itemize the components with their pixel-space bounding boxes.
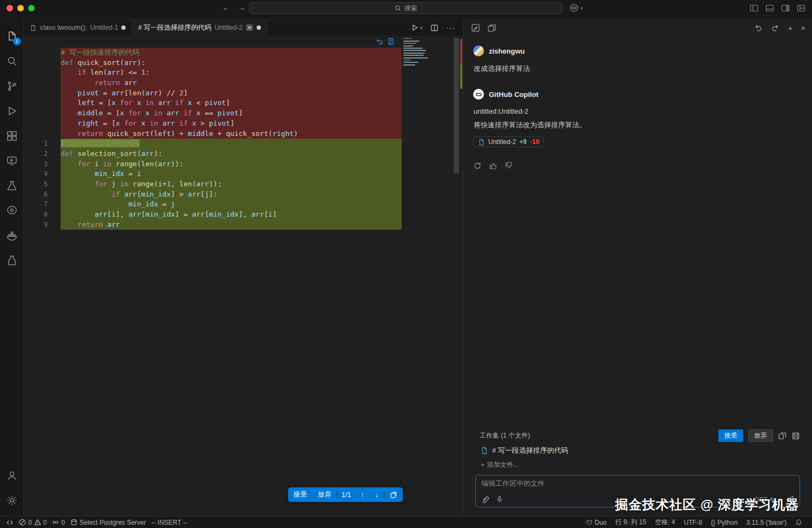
code-line[interactable]: 7 min_idx = j <box>24 199 402 210</box>
assistant-name: GitHub Copilot <box>489 90 539 99</box>
toggle-panel-icon[interactable] <box>765 4 774 12</box>
undo-edit-icon[interactable] <box>376 38 383 45</box>
code-line[interactable]: 5 for j in range(i+1, len(arr)): <box>24 179 402 190</box>
chat-sessions-icon[interactable] <box>487 23 496 32</box>
code-line[interactable]: right = [x for x in arr if x > pivot] <box>24 119 402 129</box>
python-env-selector[interactable]: 3.11.5 ('base') <box>742 519 791 526</box>
remote-indicator[interactable] <box>3 517 16 528</box>
next-change-button[interactable]: ↓ <box>370 487 384 502</box>
vim-mode-indicator[interactable]: -- INSERT -- <box>149 517 190 528</box>
sidebar-item-extensions[interactable] <box>0 123 24 148</box>
sidebar-item-remote-explorer[interactable] <box>0 148 24 173</box>
toggle-secondary-sidebar-icon[interactable] <box>781 4 790 12</box>
code-line[interactable]: if len(arr) <= 1: <box>24 68 402 78</box>
undo-icon[interactable] <box>754 23 763 32</box>
copilot-icon <box>569 3 579 12</box>
cursor-position[interactable]: 行 9, 列 15 <box>611 518 651 527</box>
open-changes-button[interactable] <box>384 487 403 502</box>
previous-change-button[interactable]: ↑ <box>355 487 369 502</box>
more-actions-icon[interactable]: ··· <box>446 23 455 32</box>
code-line[interactable]: 3 for i in range(len(arr)): <box>24 159 402 170</box>
changed-file-chip[interactable]: Untitled-2 +9 -10 <box>473 136 544 147</box>
search-input[interactable]: 搜索 <box>249 2 563 14</box>
back-icon[interactable]: ← <box>222 3 230 12</box>
code-line[interactable]: left = [x for x in arr if x < pivot] <box>24 98 402 108</box>
code-line[interactable]: return quick_sort(left) + middle + quick… <box>24 129 402 139</box>
code-line[interactable]: 1# 写一段选择排序的代码 <box>24 139 402 149</box>
line-number <box>24 119 48 129</box>
sidebar-item-run-debug[interactable] <box>0 99 24 123</box>
sidebar-item-extension-b[interactable] <box>0 248 24 273</box>
line-number <box>24 78 48 88</box>
new-chat-icon[interactable]: + <box>788 23 793 32</box>
thumbs-down-icon[interactable] <box>505 161 513 170</box>
customize-layout-icon[interactable] <box>797 4 806 12</box>
forward-icon[interactable]: → <box>238 3 246 12</box>
run-button[interactable]: ∨ <box>411 24 423 31</box>
minimap[interactable] <box>403 37 434 67</box>
toggle-primary-sidebar-icon[interactable] <box>750 4 758 12</box>
explorer-badge: 2 <box>13 37 21 45</box>
vertical-scrollbar[interactable] <box>454 38 459 173</box>
regenerate-icon[interactable] <box>473 161 482 170</box>
maximize-window-button[interactable] <box>28 5 35 11</box>
open-diff-icon[interactable] <box>388 38 395 45</box>
split-editor-icon[interactable] <box>430 24 438 32</box>
settings-button[interactable] <box>0 488 24 513</box>
sidebar-item-explorer[interactable]: 2 <box>0 24 24 49</box>
remote-explorer-icon <box>5 154 18 167</box>
workset-accept-button[interactable]: 接受 <box>718 429 743 442</box>
send-icon[interactable] <box>785 495 794 504</box>
indentation-indicator[interactable]: 空格: 4 <box>651 518 679 527</box>
discard-change-button[interactable]: 放弃 <box>312 487 337 502</box>
code-line[interactable]: pivot = arr[len(arr) // 2] <box>24 88 402 99</box>
code-line[interactable]: 2def selection_sort(arr): <box>24 149 402 159</box>
tab-untitled-1[interactable]: class twosum(): Untitled-1 <box>24 19 132 36</box>
mic-icon[interactable] <box>496 496 503 503</box>
close-window-button[interactable] <box>6 5 13 11</box>
code-line[interactable]: 9 return arr <box>24 220 402 230</box>
chat-edits-icon[interactable] <box>471 23 480 32</box>
sidebar-item-source-control[interactable] <box>0 74 24 99</box>
redo-icon[interactable] <box>771 23 780 32</box>
language-mode[interactable]: {} Python <box>706 519 742 526</box>
code-line[interactable]: middle = [x for x in arr if x == pivot] <box>24 108 402 119</box>
postgres-selector[interactable]: Select Postgres Server <box>68 517 149 528</box>
accept-change-button[interactable]: 接受 <box>288 487 312 502</box>
notifications-button[interactable] <box>791 519 807 526</box>
editor[interactable]: # 写一段快速排序的代码def quick_sort(arr): if len(… <box>24 36 463 516</box>
copilot-chat-panel: + × zishengwu 改成选择排序算法 GitHub Copilot un… <box>463 19 812 516</box>
minimize-window-button[interactable] <box>17 5 24 11</box>
workset-file-item[interactable]: # 写一段选择排序的代码 <box>475 442 800 455</box>
close-icon[interactable]: × <box>801 23 806 32</box>
code-line[interactable]: 6 if arr[min_idx] > arr[j]: <box>24 190 402 200</box>
sidebar-item-testing[interactable] <box>0 173 24 198</box>
code-line[interactable]: return arr <box>24 78 402 88</box>
tab-untitled-2[interactable]: # 写一段选择排序的代码 Untitled-2 <box>132 19 267 36</box>
add-file-button[interactable]: + 添加文件... <box>475 455 800 470</box>
modified-dot-icon[interactable] <box>121 25 126 30</box>
account-button[interactable] <box>0 463 24 488</box>
duo-indicator[interactable]: Duo <box>581 519 611 526</box>
save-all-icon[interactable] <box>791 432 800 440</box>
view-all-diffs-icon[interactable] <box>778 432 787 440</box>
modified-dot-icon[interactable] <box>257 25 261 30</box>
encoding-indicator[interactable]: UTF-8 <box>679 519 706 526</box>
model-selector[interactable]: GPT-4o ∨ <box>755 496 781 503</box>
source-control-icon <box>5 80 18 93</box>
sidebar-item-docker[interactable] <box>0 223 24 248</box>
extension-b-icon <box>5 254 18 267</box>
code-line[interactable]: 4 min_idx = i <box>24 169 402 179</box>
code-line[interactable]: def quick_sort(arr): <box>24 58 402 68</box>
thumbs-up-icon[interactable] <box>489 161 497 170</box>
sidebar-item-extension-a[interactable] <box>0 198 24 223</box>
sidebar-item-search[interactable] <box>0 49 24 74</box>
attach-icon[interactable] <box>481 496 489 504</box>
copilot-menu-button[interactable]: ∨ <box>569 3 584 12</box>
problems-indicator[interactable]: 0 0 <box>16 517 49 528</box>
ports-indicator[interactable]: 0 <box>49 517 68 528</box>
code-line[interactable]: # 写一段快速排序的代码 <box>24 48 402 58</box>
workset-discard-button[interactable]: 放弃 <box>748 429 773 442</box>
code-line[interactable]: 8 arr[i], arr[min_idx] = arr[min_idx], a… <box>24 210 402 220</box>
chat-input[interactable] <box>481 479 794 487</box>
